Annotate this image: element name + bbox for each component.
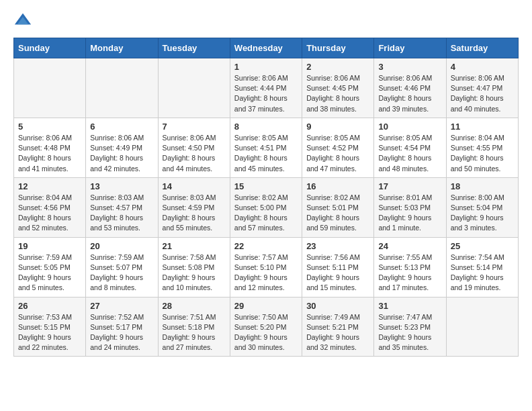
weekday-header: Saturday xyxy=(446,38,518,58)
day-number: 25 xyxy=(451,241,514,251)
calendar-cell xyxy=(14,58,86,118)
day-number: 30 xyxy=(306,301,369,311)
day-info: Sunrise: 7:54 AMSunset: 5:14 PMDaylight:… xyxy=(451,253,514,293)
day-number: 23 xyxy=(306,241,369,251)
day-info: Sunrise: 8:06 AMSunset: 4:48 PMDaylight:… xyxy=(18,133,81,174)
calendar-cell: 9Sunrise: 8:05 AMSunset: 4:52 PMDaylight… xyxy=(302,118,374,177)
calendar-cell: 24Sunrise: 7:55 AMSunset: 5:13 PMDayligh… xyxy=(374,237,446,297)
calendar-cell: 14Sunrise: 8:03 AMSunset: 4:59 PMDayligh… xyxy=(158,177,230,237)
day-number: 24 xyxy=(378,241,441,251)
day-info: Sunrise: 7:47 AMSunset: 5:23 PMDaylight:… xyxy=(378,312,441,353)
day-number: 22 xyxy=(234,241,298,251)
calendar-cell: 16Sunrise: 8:02 AMSunset: 5:01 PMDayligh… xyxy=(302,177,374,237)
calendar-cell: 25Sunrise: 7:54 AMSunset: 5:14 PMDayligh… xyxy=(446,237,518,297)
day-info: Sunrise: 8:05 AMSunset: 4:54 PMDaylight:… xyxy=(378,133,441,174)
day-number: 8 xyxy=(234,122,298,132)
day-info: Sunrise: 7:59 AMSunset: 5:05 PMDaylight:… xyxy=(18,253,81,293)
day-number: 2 xyxy=(306,62,369,72)
day-info: Sunrise: 8:06 AMSunset: 4:47 PMDaylight:… xyxy=(451,73,514,114)
day-number: 12 xyxy=(18,181,81,191)
day-info: Sunrise: 7:53 AMSunset: 5:15 PMDaylight:… xyxy=(18,312,81,353)
weekday-header: Wednesday xyxy=(230,38,302,58)
day-number: 17 xyxy=(378,181,441,191)
day-number: 13 xyxy=(90,181,153,191)
calendar-week-row: 12Sunrise: 8:04 AMSunset: 4:56 PMDayligh… xyxy=(14,177,519,237)
calendar-cell: 29Sunrise: 7:50 AMSunset: 5:20 PMDayligh… xyxy=(230,297,302,357)
calendar-cell: 21Sunrise: 7:58 AMSunset: 5:08 PMDayligh… xyxy=(158,237,230,297)
day-number: 3 xyxy=(378,62,441,72)
day-number: 10 xyxy=(378,122,441,132)
day-info: Sunrise: 7:55 AMSunset: 5:13 PMDaylight:… xyxy=(378,253,441,293)
day-info: Sunrise: 8:06 AMSunset: 4:44 PMDaylight:… xyxy=(234,73,298,114)
page: SundayMondayTuesdayWednesdayThursdayFrid… xyxy=(0,0,532,367)
day-info: Sunrise: 7:58 AMSunset: 5:08 PMDaylight:… xyxy=(163,253,226,293)
calendar-cell: 22Sunrise: 7:57 AMSunset: 5:10 PMDayligh… xyxy=(230,237,302,297)
calendar-cell xyxy=(158,58,230,118)
day-info: Sunrise: 8:06 AMSunset: 4:50 PMDaylight:… xyxy=(163,133,226,174)
calendar-cell: 13Sunrise: 8:03 AMSunset: 4:57 PMDayligh… xyxy=(86,177,158,237)
calendar-cell: 30Sunrise: 7:49 AMSunset: 5:21 PMDayligh… xyxy=(302,297,374,357)
calendar-week-row: 1Sunrise: 8:06 AMSunset: 4:44 PMDaylight… xyxy=(14,58,519,118)
day-info: Sunrise: 8:02 AMSunset: 5:00 PMDaylight:… xyxy=(234,193,298,234)
weekday-row: SundayMondayTuesdayWednesdayThursdayFrid… xyxy=(14,38,519,58)
calendar-cell: 7Sunrise: 8:06 AMSunset: 4:50 PMDaylight… xyxy=(158,118,230,177)
calendar-table: SundayMondayTuesdayWednesdayThursdayFrid… xyxy=(13,38,519,357)
logo-icon xyxy=(13,11,32,30)
day-info: Sunrise: 8:04 AMSunset: 4:56 PMDaylight:… xyxy=(18,193,81,234)
day-info: Sunrise: 8:05 AMSunset: 4:52 PMDaylight:… xyxy=(306,133,369,174)
weekday-header: Sunday xyxy=(14,38,86,58)
day-number: 21 xyxy=(163,241,226,251)
calendar-cell: 6Sunrise: 8:06 AMSunset: 4:49 PMDaylight… xyxy=(86,118,158,177)
day-number: 14 xyxy=(163,181,226,191)
calendar-cell: 15Sunrise: 8:02 AMSunset: 5:00 PMDayligh… xyxy=(230,177,302,237)
weekday-header: Monday xyxy=(86,38,158,58)
day-number: 16 xyxy=(306,181,369,191)
day-number: 1 xyxy=(234,62,298,72)
day-number: 18 xyxy=(451,181,514,191)
day-info: Sunrise: 7:49 AMSunset: 5:21 PMDaylight:… xyxy=(306,312,369,353)
day-number: 31 xyxy=(378,301,441,311)
calendar-header: SundayMondayTuesdayWednesdayThursdayFrid… xyxy=(14,38,519,58)
day-number: 4 xyxy=(451,62,514,72)
day-info: Sunrise: 8:02 AMSunset: 5:01 PMDaylight:… xyxy=(306,193,369,234)
weekday-header: Friday xyxy=(374,38,446,58)
day-info: Sunrise: 8:04 AMSunset: 4:55 PMDaylight:… xyxy=(451,133,514,174)
day-number: 5 xyxy=(18,122,81,132)
weekday-header: Thursday xyxy=(302,38,374,58)
header xyxy=(13,11,519,30)
day-number: 27 xyxy=(90,301,153,311)
day-info: Sunrise: 8:05 AMSunset: 4:51 PMDaylight:… xyxy=(234,133,298,174)
calendar-cell: 23Sunrise: 7:56 AMSunset: 5:11 PMDayligh… xyxy=(302,237,374,297)
day-number: 19 xyxy=(18,241,81,251)
calendar-cell: 1Sunrise: 8:06 AMSunset: 4:44 PMDaylight… xyxy=(230,58,302,118)
calendar-cell: 10Sunrise: 8:05 AMSunset: 4:54 PMDayligh… xyxy=(374,118,446,177)
day-info: Sunrise: 7:50 AMSunset: 5:20 PMDaylight:… xyxy=(234,312,298,353)
calendar-week-row: 5Sunrise: 8:06 AMSunset: 4:48 PMDaylight… xyxy=(14,118,519,177)
day-number: 7 xyxy=(163,122,226,132)
logo xyxy=(13,11,35,30)
day-info: Sunrise: 8:00 AMSunset: 5:04 PMDaylight:… xyxy=(451,193,514,234)
calendar-cell: 4Sunrise: 8:06 AMSunset: 4:47 PMDaylight… xyxy=(446,58,518,118)
calendar-body: 1Sunrise: 8:06 AMSunset: 4:44 PMDaylight… xyxy=(14,58,519,357)
calendar-cell: 8Sunrise: 8:05 AMSunset: 4:51 PMDaylight… xyxy=(230,118,302,177)
day-number: 26 xyxy=(18,301,81,311)
day-info: Sunrise: 8:06 AMSunset: 4:46 PMDaylight:… xyxy=(378,73,441,114)
calendar-cell: 17Sunrise: 8:01 AMSunset: 5:03 PMDayligh… xyxy=(374,177,446,237)
day-number: 11 xyxy=(451,122,514,132)
day-info: Sunrise: 8:03 AMSunset: 4:59 PMDaylight:… xyxy=(163,193,226,234)
calendar-week-row: 26Sunrise: 7:53 AMSunset: 5:15 PMDayligh… xyxy=(14,297,519,357)
calendar-cell: 19Sunrise: 7:59 AMSunset: 5:05 PMDayligh… xyxy=(14,237,86,297)
calendar-cell xyxy=(86,58,158,118)
day-info: Sunrise: 8:06 AMSunset: 4:45 PMDaylight:… xyxy=(306,73,369,114)
day-number: 9 xyxy=(306,122,369,132)
day-number: 29 xyxy=(234,301,298,311)
calendar-cell xyxy=(446,297,518,357)
day-info: Sunrise: 8:03 AMSunset: 4:57 PMDaylight:… xyxy=(90,193,153,234)
day-info: Sunrise: 8:01 AMSunset: 5:03 PMDaylight:… xyxy=(378,193,441,234)
calendar-cell: 27Sunrise: 7:52 AMSunset: 5:17 PMDayligh… xyxy=(86,297,158,357)
calendar-cell: 18Sunrise: 8:00 AMSunset: 5:04 PMDayligh… xyxy=(446,177,518,237)
day-info: Sunrise: 7:56 AMSunset: 5:11 PMDaylight:… xyxy=(306,253,369,293)
day-info: Sunrise: 7:51 AMSunset: 5:18 PMDaylight:… xyxy=(163,312,226,353)
weekday-header: Tuesday xyxy=(158,38,230,58)
day-info: Sunrise: 7:52 AMSunset: 5:17 PMDaylight:… xyxy=(90,312,153,353)
